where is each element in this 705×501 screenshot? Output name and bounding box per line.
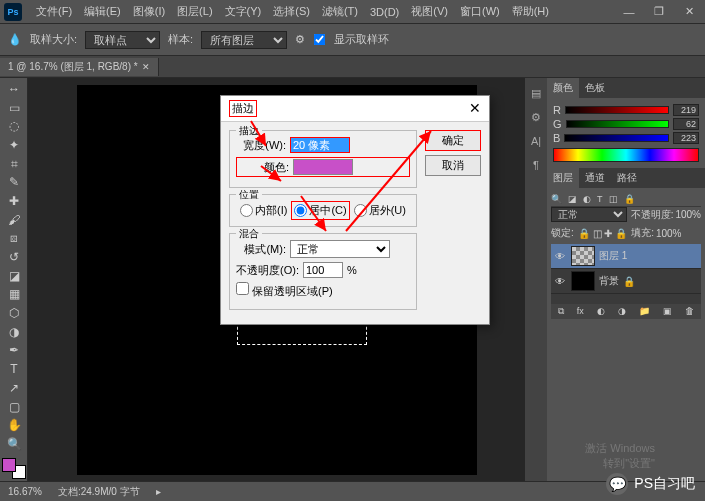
color-tab[interactable]: 颜色 <box>547 78 579 98</box>
stamp-tool-icon[interactable]: ⧇ <box>2 230 26 248</box>
r-slider[interactable] <box>565 106 669 114</box>
layer-footer: ⧉ fx ◐ ◑ 📁 ▣ 🗑 <box>551 304 701 319</box>
layer-item[interactable]: 👁 背景 🔒 <box>551 269 701 294</box>
dialog-titlebar[interactable]: 描边 ✕ <box>221 96 489 122</box>
history-panel-icon[interactable]: ▤ <box>527 84 545 102</box>
eraser-tool-icon[interactable]: ◪ <box>2 267 26 285</box>
visibility-icon[interactable]: 👁 <box>553 276 567 287</box>
ok-button[interactable]: 确定 <box>425 130 481 151</box>
b-slider[interactable] <box>564 134 669 142</box>
actions-panel-icon[interactable]: ⚙ <box>527 108 545 126</box>
b-value[interactable]: 223 <box>673 132 699 144</box>
zoom-level[interactable]: 16.67% <box>8 486 42 497</box>
close-icon[interactable]: ✕ <box>677 3 701 21</box>
layer-list: 👁 图层 1 👁 背景 🔒 <box>551 244 701 304</box>
position-center-radio[interactable]: 居中(C) <box>291 201 349 220</box>
layer-thumbnail[interactable] <box>571 246 595 266</box>
tab-close-icon[interactable]: ✕ <box>142 62 150 72</box>
layer-item[interactable]: 👁 图层 1 <box>551 244 701 269</box>
ps-logo-icon: Ps <box>4 3 22 21</box>
layer-name[interactable]: 图层 1 <box>599 249 627 263</box>
menu-type[interactable]: 文字(Y) <box>219 2 268 21</box>
minimize-icon[interactable]: — <box>617 3 641 21</box>
stroke-dialog: 描边 ✕ 描边 宽度(W): 颜色: 位置 内部(I) 居中(C) <box>220 95 490 325</box>
mask-icon[interactable]: ◐ <box>597 306 605 317</box>
g-slider[interactable] <box>566 120 669 128</box>
eyedropper-tool-icon: 💧 <box>8 33 22 46</box>
restore-icon[interactable]: ❐ <box>647 3 671 21</box>
char-panel-icon[interactable]: A| <box>527 132 545 150</box>
menu-edit[interactable]: 编辑(E) <box>78 2 127 21</box>
stroke-color-swatch[interactable] <box>293 159 353 175</box>
menu-file[interactable]: 文件(F) <box>30 2 78 21</box>
new-layer-icon[interactable]: ▣ <box>663 306 672 317</box>
wand-tool-icon[interactable]: ✦ <box>2 136 26 154</box>
r-value[interactable]: 219 <box>673 104 699 116</box>
options-icon[interactable]: ⚙ <box>295 33 305 46</box>
para-panel-icon[interactable]: ¶ <box>527 156 545 174</box>
menu-layer[interactable]: 图层(L) <box>171 2 218 21</box>
crop-tool-icon[interactable]: ⌗ <box>2 155 26 173</box>
opacity-input[interactable] <box>303 262 343 278</box>
gradient-tool-icon[interactable]: ▦ <box>2 286 26 304</box>
blend-fieldset: 混合 模式(M): 正常 不透明度(O): % 保留透明区域(P) <box>229 233 417 310</box>
history-brush-icon[interactable]: ↺ <box>2 248 26 266</box>
link-layers-icon[interactable]: ⧉ <box>558 306 564 317</box>
fx-icon[interactable]: fx <box>577 306 584 317</box>
document-tab-title: 1 @ 16.7% (图层 1, RGB/8) * <box>8 60 138 74</box>
dodge-tool-icon[interactable]: ◑ <box>2 323 26 341</box>
menu-view[interactable]: 视图(V) <box>405 2 454 21</box>
blur-tool-icon[interactable]: ⬡ <box>2 304 26 322</box>
swatch-tab[interactable]: 色板 <box>579 78 611 98</box>
right-panels: ▤ ⚙ A| ¶ 颜色 色板 R219 G62 B223 图层 通道 路径 <box>525 78 705 481</box>
layer-name[interactable]: 背景 <box>599 274 619 288</box>
width-input[interactable] <box>290 137 350 153</box>
layer-tab[interactable]: 图层 <box>547 168 579 188</box>
menu-3d[interactable]: 3D(D) <box>364 4 405 20</box>
shape-tool-icon[interactable]: ▢ <box>2 398 26 416</box>
trash-icon[interactable]: 🗑 <box>685 306 694 317</box>
blend-mode-select[interactable]: 正常 <box>551 207 627 222</box>
eyedropper-tool-icon[interactable]: ✎ <box>2 173 26 191</box>
color-swatches[interactable] <box>2 458 26 479</box>
menu-bar: Ps 文件(F) 编辑(E) 图像(I) 图层(L) 文字(Y) 选择(S) 滤… <box>0 0 705 24</box>
sample-size-label: 取样大小: <box>30 32 77 47</box>
menu-filter[interactable]: 滤镜(T) <box>316 2 364 21</box>
adjustment-icon[interactable]: ◑ <box>618 306 626 317</box>
layer-thumbnail[interactable] <box>571 271 595 291</box>
hand-tool-icon[interactable]: ✋ <box>2 416 26 434</box>
marquee-tool-icon[interactable]: ▭ <box>2 99 26 117</box>
visibility-icon[interactable]: 👁 <box>553 251 567 262</box>
menu-select[interactable]: 选择(S) <box>267 2 316 21</box>
foreground-color-swatch[interactable] <box>2 458 16 472</box>
document-tab[interactable]: 1 @ 16.7% (图层 1, RGB/8) * ✕ <box>0 58 159 76</box>
channel-tab[interactable]: 通道 <box>579 168 611 188</box>
menu-help[interactable]: 帮助(H) <box>506 2 555 21</box>
path-tool-icon[interactable]: ↗ <box>2 379 26 397</box>
type-tool-icon[interactable]: T <box>2 360 26 378</box>
mode-select[interactable]: 正常 <box>290 240 390 258</box>
options-bar: 💧 取样大小: 取样点 样本: 所有图层 ⚙ 显示取样环 <box>0 24 705 56</box>
show-ring-checkbox[interactable] <box>314 34 326 46</box>
spectrum-picker[interactable] <box>553 148 699 162</box>
position-outside-radio[interactable]: 居外(U) <box>354 203 406 218</box>
g-value[interactable]: 62 <box>673 118 699 130</box>
preserve-checkbox[interactable] <box>236 282 249 295</box>
menu-window[interactable]: 窗口(W) <box>454 2 506 21</box>
brush-tool-icon[interactable]: 🖌 <box>2 211 26 229</box>
width-label: 宽度(W): <box>236 138 286 153</box>
zoom-tool-icon[interactable]: 🔍 <box>2 435 26 453</box>
dialog-close-icon[interactable]: ✕ <box>469 100 481 117</box>
menu-image[interactable]: 图像(I) <box>127 2 171 21</box>
sample-select[interactable]: 所有图层 <box>201 31 287 49</box>
cancel-button[interactable]: 取消 <box>425 155 481 176</box>
move-tool-icon[interactable]: ↔ <box>2 80 26 98</box>
path-tab[interactable]: 路径 <box>611 168 643 188</box>
pen-tool-icon[interactable]: ✒ <box>2 342 26 360</box>
group-icon[interactable]: 📁 <box>639 306 650 317</box>
position-inside-radio[interactable]: 内部(I) <box>240 203 287 218</box>
heal-tool-icon[interactable]: ✚ <box>2 192 26 210</box>
sample-size-select[interactable]: 取样点 <box>85 31 160 49</box>
lasso-tool-icon[interactable]: ◌ <box>2 117 26 135</box>
show-ring-label: 显示取样环 <box>334 32 389 47</box>
